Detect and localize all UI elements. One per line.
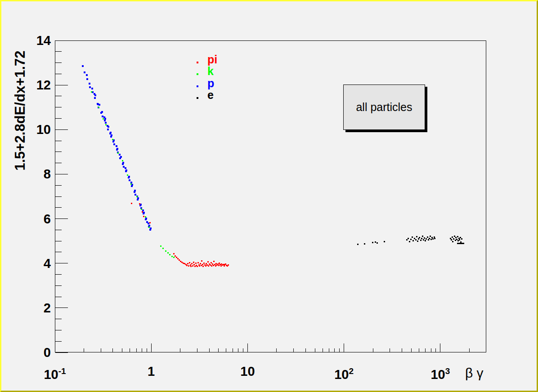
x-minor-tick [218, 348, 219, 352]
data-point-p [125, 167, 126, 169]
data-point-k [117, 152, 119, 154]
data-point-k [136, 196, 138, 197]
y-minor-tick [55, 141, 62, 141]
x-tick-label: 1 [126, 364, 176, 379]
data-point-e [430, 236, 431, 237]
legend-label-p: p [207, 77, 214, 89]
y-minor-tick [55, 274, 62, 275]
data-point-p [91, 88, 93, 89]
data-point-pi [186, 265, 188, 266]
data-point-e [463, 243, 464, 244]
x-tick-label: 10-1 [30, 364, 80, 382]
x-minor-tick [411, 348, 412, 352]
data-point-p [143, 212, 145, 214]
x-minor-tick [402, 348, 402, 352]
x-tick-exponent: -1 [58, 366, 66, 376]
y-major-tick [55, 218, 68, 219]
y-minor-tick [55, 107, 62, 107]
data-point-e [357, 244, 359, 245]
data-point-k [141, 209, 142, 210]
data-point-k [103, 118, 104, 120]
data-point-e [434, 238, 435, 239]
y-axis-title: 1.5+2.8dE/dx+1.72 [12, 50, 28, 170]
y-minor-tick [55, 163, 62, 163]
data-point-e [377, 242, 378, 244]
x-minor-tick [419, 348, 419, 352]
all-particles-pave: all particles [343, 85, 425, 130]
x-minor-tick [276, 348, 277, 352]
data-point-k [130, 183, 132, 185]
data-point-p [86, 74, 88, 76]
data-point-e [408, 238, 409, 239]
legend-label-e: e [207, 89, 214, 101]
data-point-pi [200, 263, 201, 264]
k-marker-icon [197, 73, 198, 75]
x-minor-tick [315, 348, 315, 352]
y-minor-tick [55, 230, 62, 230]
data-point-pi [142, 211, 143, 213]
data-point-p [108, 126, 109, 128]
y-minor-tick [55, 319, 62, 319]
data-point-e [416, 236, 417, 237]
data-point-pi [189, 262, 190, 263]
data-point-pi [131, 203, 132, 204]
data-point-p [110, 132, 112, 134]
y-minor-tick [55, 96, 62, 96]
data-point-pi [203, 263, 205, 264]
data-point-pi [228, 264, 229, 266]
p-marker-icon [197, 85, 198, 87]
data-point-pi [195, 263, 197, 264]
data-point-p [142, 209, 144, 211]
data-point-pi [191, 263, 193, 264]
data-point-p [107, 129, 109, 130]
y-minor-tick [55, 62, 62, 63]
y-minor-tick [55, 297, 62, 297]
data-point-p [126, 169, 127, 171]
data-point-k [165, 250, 166, 252]
data-point-p [134, 190, 136, 192]
x-minor-tick [180, 348, 180, 352]
x-minor-tick [329, 348, 329, 352]
data-point-p [122, 162, 124, 164]
data-point-e [420, 240, 421, 241]
y-major-tick [55, 307, 68, 308]
pave-label: all particles [356, 101, 412, 114]
data-point-e [417, 241, 418, 242]
x-minor-tick [197, 348, 197, 352]
y-minor-tick [55, 51, 62, 52]
data-point-e [423, 239, 424, 241]
data-point-p [129, 179, 130, 181]
data-point-pi [139, 203, 140, 205]
data-point-e [409, 241, 410, 242]
data-point-p [113, 143, 115, 145]
y-minor-tick [55, 74, 62, 74]
data-point-k [169, 254, 170, 255]
data-point-e [430, 239, 432, 240]
data-point-e [406, 239, 408, 241]
x-minor-tick [238, 348, 238, 352]
y-tick-label: 0 [15, 346, 51, 359]
x-minor-tick [101, 348, 101, 352]
data-point-p [137, 197, 139, 199]
x-minor-tick [243, 348, 243, 352]
data-point-e [429, 238, 430, 239]
y-tick-label: 8 [15, 167, 51, 181]
data-point-e [432, 238, 434, 240]
x-minor-tick [339, 348, 340, 352]
y-minor-tick [55, 285, 62, 286]
data-point-p [84, 71, 85, 73]
data-point-pi [193, 262, 194, 263]
data-point-p [131, 184, 133, 186]
legend-label-pi: pi [207, 53, 217, 65]
x-minor-tick [147, 348, 147, 352]
x-major-tick [344, 343, 344, 352]
x-minor-tick [334, 348, 335, 352]
y-minor-tick [55, 151, 62, 152]
x-major-tick [151, 343, 152, 352]
x-tick-exponent: 3 [445, 366, 450, 376]
x-tick-label: 10 [223, 364, 272, 379]
data-point-p [128, 176, 130, 178]
data-point-k [91, 91, 92, 93]
data-point-p [89, 83, 90, 85]
y-minor-tick [55, 341, 62, 342]
